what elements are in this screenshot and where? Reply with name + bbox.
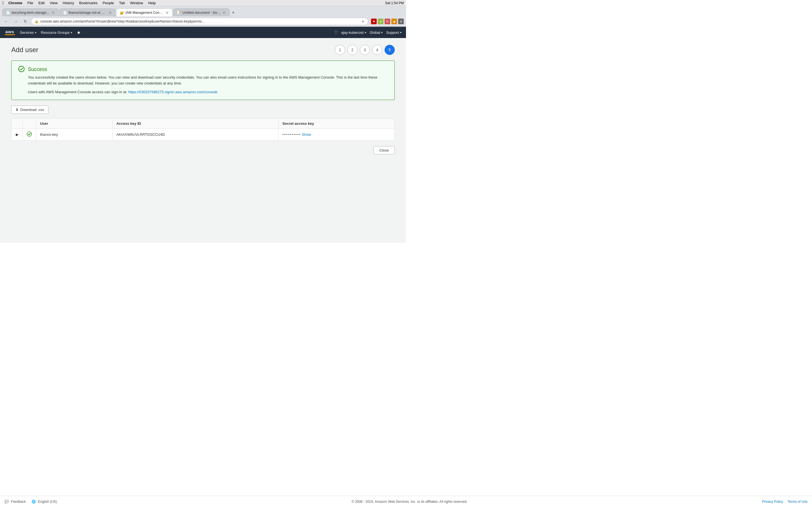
download-icon: ⬇ (15, 108, 18, 112)
menubar-file[interactable]: File (25, 0, 36, 6)
region-chevron-icon: ▾ (381, 31, 383, 34)
success-content: Success You successfully created the use… (28, 66, 388, 94)
address-bar-row: ← → ↻ 🔒 console.aws.amazon.com/iam/home?… (0, 16, 406, 26)
close-row: Close (11, 146, 395, 154)
col-user-header: User (36, 118, 112, 128)
tab1-title: docs/long-term-storage.md a... (11, 11, 50, 15)
aws-wordmark: aws (5, 30, 14, 34)
menubar-tab[interactable]: Tab (117, 0, 127, 6)
step-indicators: 1 2 3 4 5 (335, 45, 395, 55)
col-access-key-header: Access key ID (112, 118, 278, 128)
success-title: Success (28, 66, 388, 72)
success-signin-row: Users with AWS Management Console access… (28, 90, 388, 94)
row-expand-cell[interactable]: ▶ (11, 128, 23, 140)
ext-icon-5[interactable]: ⚙ (398, 18, 404, 24)
tab2-close-icon[interactable]: ✕ (109, 11, 112, 15)
tab-1[interactable]: 📄 docs/long-term-storage.md a... ✕ (2, 8, 59, 16)
close-button[interactable]: Close (373, 146, 395, 154)
step-4[interactable]: 4 (372, 45, 382, 55)
bookmark-star-icon[interactable]: ★ (361, 19, 364, 23)
tab-4[interactable]: 📝 Untitled document - Google D... ✕ (173, 8, 230, 16)
menubar-bookmarks[interactable]: Bookmarks (77, 0, 100, 6)
step-1[interactable]: 1 (335, 45, 345, 55)
col-status-header (23, 118, 36, 128)
row-status-ok-icon (27, 131, 32, 136)
menubar-time: Sat 1:54 PM (385, 1, 404, 5)
aws-logo[interactable]: aws (4, 30, 15, 35)
resource-groups-nav-link[interactable]: Resource Groups ▾ (41, 31, 72, 35)
tab-bar: 📄 docs/long-term-storage.md a... ✕ 📄 tha… (0, 6, 406, 16)
address-text: console.aws.amazon.com/iam/home?#/users$… (40, 19, 360, 23)
table-body: ▶ thanos-key AKIAXW6UVLRRTDSCCU4D ••••••… (11, 128, 395, 140)
tab-3-iam[interactable]: 🔐 IAM Management Console ✕ (116, 8, 172, 16)
browser-chrome: 📄 docs/long-term-storage.md a... ✕ 📄 tha… (0, 6, 406, 27)
apple-menu-icon[interactable]:  (2, 1, 4, 6)
tab4-title: Untitled document - Google D... (183, 11, 221, 15)
notifications-bell-icon[interactable]: ♡ (334, 30, 338, 35)
services-nav-link[interactable]: Services ▾ (20, 31, 36, 35)
services-label: Services (20, 31, 34, 35)
resource-groups-chevron-icon: ▾ (71, 31, 72, 34)
forward-button[interactable]: → (12, 17, 20, 25)
account-nav-link[interactable]: ajay-kubecost ▾ (341, 31, 366, 35)
main-content: Add user 1 2 3 4 5 Success You successfu… (0, 38, 406, 242)
row-user-cell: thanos-key (36, 128, 112, 140)
tab1-close-icon[interactable]: ✕ (52, 11, 55, 15)
support-label: Support (386, 31, 399, 35)
menubar-help[interactable]: Help (146, 0, 158, 6)
address-icons: ★ (361, 19, 364, 23)
region-label: Global (370, 31, 380, 35)
menubar-people[interactable]: People (100, 0, 116, 6)
step-2[interactable]: 2 (347, 45, 357, 55)
step-5[interactable]: 5 (385, 45, 395, 55)
success-signin-prefix: Users with AWS Management Console access… (28, 90, 127, 94)
menubar-history[interactable]: History (60, 0, 76, 6)
address-bar[interactable]: 🔒 console.aws.amazon.com/iam/home?#/user… (31, 18, 368, 25)
tab2-favicon: 📄 (63, 11, 67, 15)
ext-icon-4[interactable]: ◉ (391, 18, 397, 24)
table-header-row: User Access key ID Secret access key (11, 118, 395, 128)
step-3[interactable]: 3 (360, 45, 370, 55)
success-box: Success You successfully created the use… (11, 61, 395, 100)
tab2-title: thanos/storage.md at master (68, 11, 107, 15)
row-access-key-cell: AKIAXW6UVLRRTDSCCU4D (112, 128, 278, 140)
col-expand-header (11, 118, 23, 128)
menubar-window[interactable]: Window (128, 0, 145, 6)
new-tab-button[interactable]: + (230, 10, 237, 16)
resource-groups-label: Resource Groups (41, 31, 70, 35)
table-header: User Access key ID Secret access key (11, 118, 395, 128)
row-expand-arrow-icon[interactable]: ▶ (16, 132, 18, 136)
tab1-favicon: 📄 (6, 11, 10, 15)
success-signin-url[interactable]: https://530337586275.signin.aws.amazon.c… (128, 90, 218, 94)
tab4-favicon: 📝 (177, 11, 181, 15)
show-secret-link[interactable]: Show (302, 132, 311, 136)
page-title: Add user (11, 46, 38, 54)
tab3-close-icon[interactable]: ✕ (165, 11, 169, 15)
support-nav-link[interactable]: Support ▾ (386, 31, 402, 35)
reload-button[interactable]: ↻ (21, 17, 29, 25)
menubar-view[interactable]: View (47, 0, 60, 6)
account-name: ajay-kubecost (341, 31, 364, 35)
region-nav-link[interactable]: Global ▾ (370, 31, 383, 35)
ext-icon-2[interactable]: ★ (378, 18, 384, 24)
services-chevron-icon: ▾ (35, 31, 36, 34)
table-row: ▶ thanos-key AKIAXW6UVLRRTDSCCU4D ••••••… (11, 128, 395, 140)
support-chevron-icon: ▾ (400, 31, 402, 34)
secret-key-masked: •••••••••• (283, 132, 301, 136)
menubar-right-items: Sat 1:54 PM (385, 1, 404, 5)
tab4-close-icon[interactable]: ✕ (222, 11, 226, 15)
tab-2[interactable]: 📄 thanos/storage.md at master ✕ (59, 8, 116, 16)
nav-right: ♡ ajay-kubecost ▾ Global ▾ Support ▾ (334, 30, 402, 35)
ext-icon-1[interactable]: ❤ (371, 18, 377, 24)
back-button[interactable]: ← (2, 17, 10, 25)
menubar-edit[interactable]: Edit (36, 0, 47, 6)
page-header: Add user 1 2 3 4 5 (11, 45, 395, 55)
tab3-favicon: 🔐 (120, 11, 124, 15)
menubar-chrome[interactable]: Chrome (6, 0, 24, 6)
account-chevron-icon: ▾ (365, 31, 366, 34)
ext-icon-3[interactable]: R (385, 18, 390, 24)
download-csv-button[interactable]: ⬇ Download .csv (11, 106, 49, 114)
favorites-star-icon[interactable]: ★ (77, 30, 81, 35)
tab3-title: IAM Management Console (125, 11, 164, 15)
lock-icon: 🔒 (35, 20, 39, 23)
